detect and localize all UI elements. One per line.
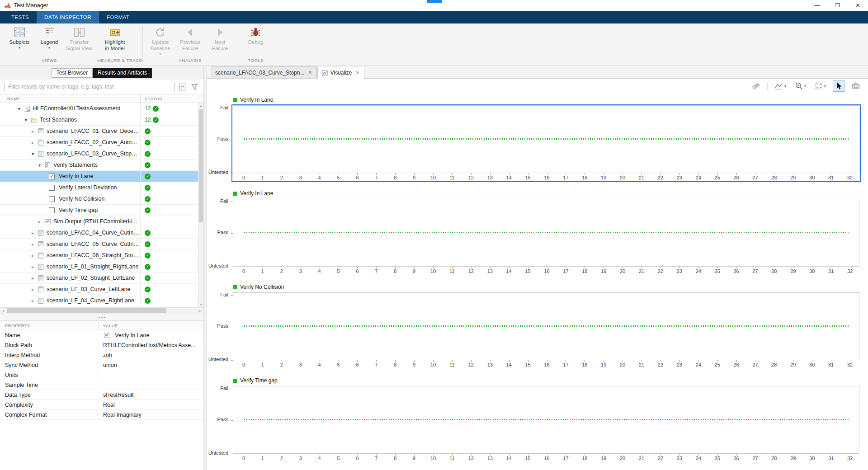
expand-arrow-icon[interactable]: ▸ [30, 276, 36, 281]
property-name: Complex Format [0, 410, 99, 419]
x-tick-label: 24 [696, 175, 701, 180]
status-cell: ✓ [140, 182, 203, 193]
scroll-down-icon[interactable]: ▾ [198, 302, 203, 307]
close-icon[interactable]: ✕ [355, 70, 359, 76]
x-tick-label: 31 [828, 456, 834, 461]
tree-row-scenario-lf-03-curve-leftlane[interactable]: ▸scenario_LF_03_Curve_LeftLane✓ [0, 284, 203, 295]
tab-scenario-lfacc-03-curve-stopngo[interactable]: scenario_LFACC_03_Curve_Stopn... ✕ [211, 66, 317, 78]
tree-row-scenario-lfacc-03-curve-stopngo[interactable]: ▾scenario_LFACC_03_Curve_StopnGo...✓ [0, 148, 203, 160]
report-list-icon[interactable] [178, 82, 187, 91]
legend-swatch [233, 379, 237, 383]
subplots-button[interactable]: Subplots▾ [5, 25, 34, 58]
scrollbar-thumb[interactable] [7, 308, 166, 313]
status-pass-icon: ✓ [153, 106, 159, 112]
tree-row-test-scenarios[interactable]: ▾Test Scenarios12✓ [0, 114, 203, 126]
close-button[interactable]: ✕ [848, 0, 868, 11]
tree-row-sim-output-rthlfcontrollerhost[interactable]: ▸Sim Output (RTHLFControllerHost : [0, 216, 203, 227]
vertical-scrollbar[interactable]: ▴ ▾ [198, 103, 203, 307]
ribbon-tab-tests[interactable]: TESTS [4, 11, 37, 24]
debug-button: Debug [241, 25, 271, 58]
tree-row-scenario-lfacc-02-curve-autoreta[interactable]: ▸scenario_LFACC_02_Curve_AutoReta...✓ [0, 137, 203, 148]
filter-funnel-icon[interactable] [190, 82, 199, 91]
scrollbar-thumb[interactable] [199, 109, 203, 222]
x-tick-label: 28 [771, 268, 777, 274]
x-tick-label: 2 [280, 268, 283, 274]
plot-area[interactable]: 0123456789101112131415161718192021222324… [231, 291, 861, 369]
fit-view-button[interactable]: ▾ [813, 80, 827, 92]
tree-row-verify-no-collision[interactable]: Verify No Collision✓ [0, 193, 203, 205]
checkbox[interactable] [49, 185, 55, 191]
scroll-right-icon[interactable]: ▸ [197, 308, 203, 314]
x-tick-label: 10 [430, 456, 436, 461]
tree-row-scenario-lf-02-straight-leftlane[interactable]: ▸scenario_LF_02_Straight_LeftLane✓ [0, 273, 203, 284]
tab-test-browser[interactable]: Test Browser [52, 68, 93, 78]
x-tick-label: 21 [639, 268, 644, 274]
plot-area[interactable]: 0123456789101112131415161718192021222324… [231, 198, 861, 276]
dropdown-caret-icon: ▾ [48, 46, 50, 50]
expand-arrow-icon[interactable]: ▸ [30, 140, 36, 145]
tree-row-scenario-lfacc-04-curve-cutinout[interactable]: ▸scenario_LFACC_04_Curve_CutInOut...✓ [0, 227, 203, 239]
tree-row-hlfcontrollerxiltestsassessment[interactable]: ▾HLFControllerXILTestsAssessment12✓ [0, 103, 203, 114]
expand-arrow-icon[interactable]: ▸ [30, 253, 36, 258]
camera-button[interactable] [850, 80, 862, 92]
minimize-button[interactable]: — [807, 0, 827, 11]
collapse-arrow-icon[interactable]: ▾ [16, 106, 22, 111]
x-tick-label: 15 [525, 175, 530, 180]
tab-visualize[interactable]: Visualize ✕ [317, 67, 364, 79]
checkbox[interactable] [49, 196, 55, 202]
tree-row-verify-time-gap[interactable]: Verify Time gap✓ [0, 205, 203, 216]
tree-row-scenario-lf-01-straight-rightlane[interactable]: ▸scenario_LF_01_Straight_RightLane✓ [0, 261, 203, 273]
collapse-arrow-icon[interactable]: ▾ [37, 163, 42, 168]
tree-row-verify-statements[interactable]: ▾Verify Statements✓ [0, 160, 203, 171]
ribbon-group-views: Subplots▾Legend▾Transfer Signal ViewVIEW… [2, 24, 97, 66]
signal-trace-button[interactable]: ▾ [773, 80, 788, 92]
eraser-button[interactable] [750, 80, 762, 92]
expand-arrow-icon[interactable]: ▸ [30, 129, 36, 134]
verify-icon [44, 161, 51, 169]
vertical-splitter[interactable] [203, 66, 207, 470]
plot-area[interactable]: 0123456789101112131415161718192021222324… [231, 385, 861, 463]
scroll-up-icon[interactable]: ▴ [198, 103, 203, 108]
legend-button[interactable]: Legend▾ [34, 25, 64, 58]
collapse-arrow-icon[interactable]: ▾ [30, 151, 36, 156]
pointer-button[interactable] [833, 80, 844, 92]
expand-arrow-icon[interactable]: ▸ [30, 242, 36, 247]
tree-row-scenario-lfacc-06-straight-stopan[interactable]: ▸scenario_LFACC_06_Straight_Stopan...✓ [0, 250, 203, 261]
ribbon-button-label: Previous Failure [180, 39, 200, 52]
plot-area-selected[interactable]: 0123456789101112131415161718192021222324… [231, 104, 861, 182]
tree-row-verify-in-lane[interactable]: ✓Verify In Lane✓ [0, 171, 203, 182]
status-pass-icon: ✓ [145, 185, 151, 191]
tree-row-scenario-lfacc-01-curve-deceltar[interactable]: ▸scenario_LFACC_01_Curve_DecelTar...✓ [0, 126, 203, 137]
collapse-arrow-icon[interactable]: ▾ [23, 118, 29, 122]
property-row-sync-method: Sync Methodunion [0, 360, 203, 370]
x-tick-label: 20 [620, 456, 625, 461]
horizontal-scrollbar[interactable]: ◂ ▸ [0, 307, 203, 314]
status-pass-icon: ✓ [145, 196, 151, 202]
checkbox-checked[interactable]: ✓ [49, 174, 55, 179]
zoom-in-button[interactable]: ▾ [793, 80, 807, 92]
scroll-left-icon[interactable]: ◂ [0, 308, 6, 314]
tree-row-scenario-lf-04-curve-rightlane[interactable]: ▸scenario_LF_04_Curve_RightLane✓ [0, 295, 203, 306]
ribbon-tab-data-inspector[interactable]: DATA INSPECTOR [37, 11, 99, 24]
filter-results-input[interactable] [5, 82, 175, 92]
restore-button[interactable]: ❐ [827, 0, 848, 11]
highlight-in-model-button[interactable]: Highlight in Model [100, 25, 130, 58]
tab-label: Visualize [330, 70, 352, 76]
x-tick-label: 17 [563, 456, 568, 461]
close-icon[interactable]: ✕ [308, 70, 312, 75]
expand-arrow-icon[interactable]: ▸ [30, 264, 36, 269]
y-axis-labels: FailPassUntested [207, 198, 231, 276]
expand-arrow-icon[interactable]: ▸ [30, 298, 36, 303]
x-tick-label: 3 [299, 456, 302, 461]
x-tick-label: 16 [544, 456, 549, 461]
expand-arrow-icon[interactable]: ▸ [30, 287, 36, 292]
tree-row-scenario-lfacc-05-curve-cutinout[interactable]: ▸scenario_LFACC_05_Curve_CutInOut...✓ [0, 239, 203, 250]
x-tick-label: 25 [715, 268, 720, 274]
expand-arrow-icon[interactable]: ▸ [30, 230, 36, 235]
tree-row-verify-lateral-deviation[interactable]: Verify Lateral Deviation✓ [0, 182, 203, 193]
tab-results-and-artifacts[interactable]: Results and Artifacts [93, 68, 152, 78]
checkbox[interactable] [49, 207, 55, 213]
panel-splitter[interactable] [0, 314, 203, 321]
expand-arrow-icon[interactable]: ▸ [37, 219, 42, 224]
ribbon-tab-format[interactable]: FORMAT [99, 11, 137, 24]
